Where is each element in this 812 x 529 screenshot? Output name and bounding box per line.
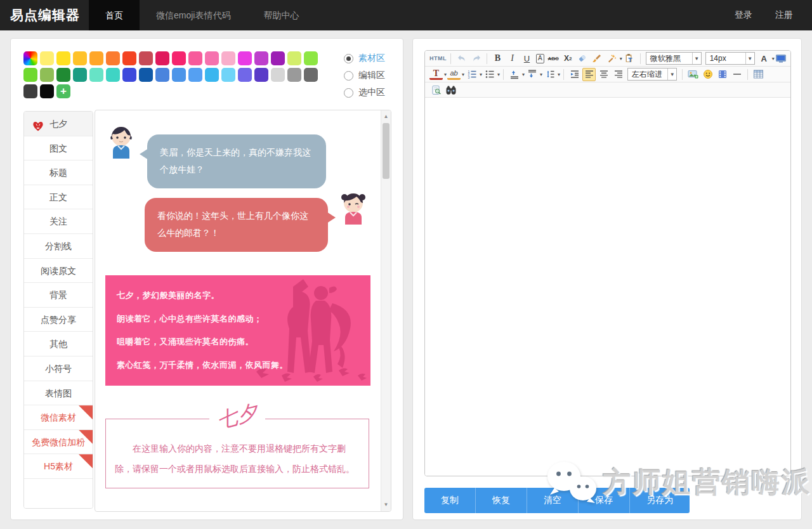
fullscreen-monitor-icon[interactable] bbox=[775, 52, 788, 65]
align-left-button[interactable] bbox=[582, 68, 596, 81]
color-swatch[interactable] bbox=[23, 68, 37, 82]
editor-content-area[interactable] bbox=[425, 98, 790, 476]
auth-link[interactable]: 登录 bbox=[735, 10, 752, 21]
save-button[interactable]: 保存 bbox=[579, 488, 630, 513]
color-swatch[interactable] bbox=[188, 51, 202, 65]
color-swatch[interactable] bbox=[89, 68, 103, 82]
color-swatch[interactable] bbox=[254, 51, 268, 65]
text-color-dropdown[interactable]: ▾ bbox=[444, 72, 447, 77]
highlight-color-button[interactable]: ab bbox=[447, 69, 461, 80]
color-swatch[interactable] bbox=[172, 51, 186, 65]
sidebar-item[interactable]: 关注 bbox=[24, 209, 93, 234]
color-swatch[interactable] bbox=[221, 68, 235, 82]
sidebar-item[interactable]: 图文 bbox=[24, 136, 93, 161]
sidebar-item[interactable]: 分割线 bbox=[24, 234, 93, 259]
color-swatch[interactable] bbox=[155, 51, 169, 65]
radio-dot[interactable] bbox=[344, 54, 353, 63]
restore-button[interactable]: 恢复 bbox=[476, 488, 527, 513]
color-swatch[interactable] bbox=[73, 68, 87, 82]
color-swatch[interactable] bbox=[304, 68, 318, 82]
sidebar-item[interactable]: 背景 bbox=[24, 283, 93, 308]
color-swatch[interactable] bbox=[238, 68, 252, 82]
insert-table-icon[interactable] bbox=[752, 68, 765, 81]
area-radio[interactable]: 选中区 bbox=[344, 87, 385, 98]
scroll-down-arrow[interactable]: ▼ bbox=[381, 500, 391, 510]
color-swatch[interactable] bbox=[40, 84, 54, 98]
color-swatch[interactable] bbox=[89, 51, 103, 65]
superscript-button[interactable]: X2 bbox=[561, 52, 575, 65]
sidebar-item[interactable]: 免费微信加粉AD bbox=[24, 430, 93, 455]
sidebar-item[interactable]: 阅读原文 bbox=[24, 259, 93, 284]
sidebar-item[interactable]: 表情图 bbox=[24, 381, 93, 406]
format-brush-icon[interactable] bbox=[591, 52, 604, 65]
underline-button[interactable]: U bbox=[520, 52, 534, 65]
space-bottom-dropdown[interactable]: ▾ bbox=[540, 72, 542, 77]
preview-scrollbar[interactable]: ▲ ▼ bbox=[381, 110, 391, 511]
space-top-dropdown[interactable]: ▾ bbox=[522, 72, 525, 77]
redo-icon[interactable] bbox=[469, 52, 483, 65]
magic-clean-icon[interactable] bbox=[605, 52, 619, 65]
eraser-icon[interactable] bbox=[576, 52, 589, 65]
color-swatch[interactable] bbox=[139, 51, 153, 65]
color-swatch[interactable] bbox=[205, 68, 219, 82]
area-radio[interactable]: 编辑区 bbox=[344, 70, 385, 81]
color-swatch[interactable] bbox=[73, 51, 87, 65]
color-swatch[interactable] bbox=[139, 68, 153, 82]
font-color-button[interactable]: A bbox=[757, 52, 771, 65]
color-swatch[interactable] bbox=[238, 51, 252, 65]
ordered-list-dropdown[interactable]: ▾ bbox=[480, 72, 482, 77]
highlight-dropdown[interactable]: ▾ bbox=[462, 72, 464, 77]
save-as-button[interactable]: 另存为 bbox=[630, 488, 690, 513]
color-swatch[interactable] bbox=[40, 51, 54, 65]
nav-item[interactable]: 首页 bbox=[89, 0, 140, 30]
font-border-button[interactable]: A bbox=[536, 54, 544, 63]
add-color-button[interactable]: + bbox=[56, 84, 70, 98]
insert-image-icon[interactable] bbox=[686, 68, 700, 81]
bullet-list-dropdown[interactable]: ▾ bbox=[497, 72, 500, 77]
emoji-icon[interactable] bbox=[701, 68, 714, 81]
color-swatch[interactable] bbox=[56, 68, 70, 82]
color-swatch[interactable] bbox=[221, 51, 235, 65]
color-swatch[interactable] bbox=[122, 51, 136, 65]
color-swatch[interactable] bbox=[271, 68, 285, 82]
color-swatch[interactable] bbox=[56, 51, 70, 65]
sidebar-item[interactable]: 七夕 bbox=[24, 112, 93, 136]
font-size-select[interactable]: 14px▼ bbox=[705, 52, 755, 65]
sidebar-item[interactable]: 标题 bbox=[24, 160, 93, 185]
color-swatch[interactable] bbox=[304, 51, 318, 65]
paragraph-space-top-icon[interactable] bbox=[508, 68, 521, 81]
radio-dot[interactable] bbox=[344, 88, 353, 98]
rainbow-swatch[interactable] bbox=[23, 51, 37, 65]
color-swatch[interactable] bbox=[172, 68, 186, 82]
horizontal-rule-icon[interactable] bbox=[730, 68, 743, 81]
scroll-up-arrow[interactable]: ▲ bbox=[381, 112, 391, 122]
italic-button[interactable]: I bbox=[506, 52, 519, 65]
text-color-button[interactable]: T bbox=[429, 69, 443, 80]
color-swatch[interactable] bbox=[23, 84, 37, 98]
find-replace-icon[interactable] bbox=[444, 83, 457, 96]
align-right-button[interactable] bbox=[612, 68, 625, 81]
radio-dot[interactable] bbox=[344, 71, 353, 81]
color-swatch[interactable] bbox=[188, 68, 202, 82]
font-family-select[interactable]: 微软雅黑▼ bbox=[646, 52, 702, 65]
indent-mode-select[interactable]: 左右缩进▼ bbox=[627, 68, 677, 81]
color-swatch[interactable] bbox=[254, 68, 268, 82]
color-swatch[interactable] bbox=[271, 51, 285, 65]
ordered-list-icon[interactable]: 123 bbox=[465, 68, 478, 81]
indent-icon[interactable] bbox=[568, 68, 581, 81]
undo-icon[interactable] bbox=[455, 52, 468, 65]
nav-item[interactable]: 帮助中心 bbox=[247, 0, 315, 30]
bullet-list-icon[interactable] bbox=[483, 68, 496, 81]
color-swatch[interactable] bbox=[122, 68, 136, 82]
color-swatch[interactable] bbox=[106, 51, 120, 65]
strikethrough-button[interactable]: ABC bbox=[547, 52, 560, 65]
line-height-icon[interactable] bbox=[543, 68, 556, 81]
sidebar-item[interactable]: 微信素材AD bbox=[24, 405, 93, 430]
sidebar-item[interactable]: 小符号 bbox=[24, 356, 93, 381]
color-swatch[interactable] bbox=[155, 68, 169, 82]
bold-button[interactable]: B bbox=[491, 52, 504, 65]
line-height-dropdown[interactable]: ▾ bbox=[558, 72, 560, 77]
sidebar-item[interactable]: 正文 bbox=[24, 185, 93, 210]
html-source-button[interactable]: HTML bbox=[429, 52, 447, 65]
sidebar-item[interactable]: H5素材AD bbox=[24, 454, 93, 479]
